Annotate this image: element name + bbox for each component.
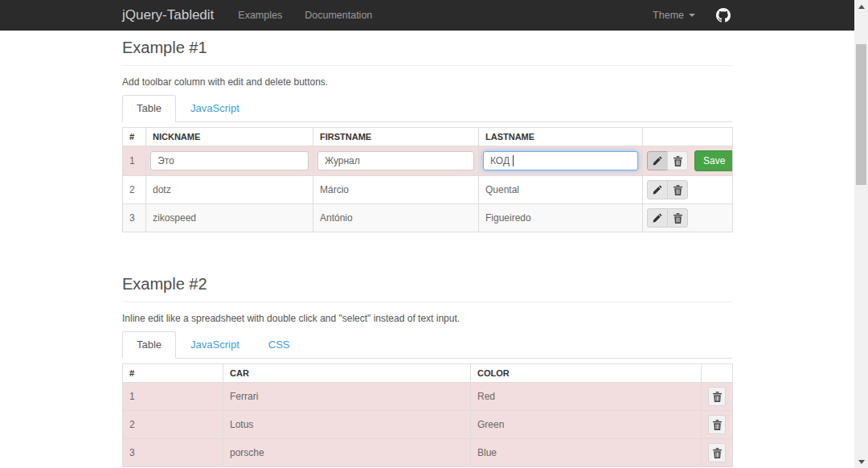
toolbar-cell: [702, 383, 733, 411]
edit-button[interactable]: [647, 208, 668, 228]
edit-button[interactable]: [647, 151, 668, 170]
main-content: Example #1 Add toolbar column with edit …: [122, 31, 732, 467]
row-number-cell: 2: [123, 176, 146, 204]
table-row-editing: 1: [123, 146, 733, 176]
car-cell[interactable]: porsche: [223, 439, 471, 467]
chevron-down-icon: [689, 14, 695, 17]
firstname-cell: António: [313, 204, 479, 232]
github-icon: [716, 8, 731, 23]
header-num: #: [123, 128, 146, 146]
header-nickname: NICKNAME: [146, 128, 313, 146]
example-1-tabs: Table JavaScript: [122, 95, 732, 122]
example-2-description: Inline edit like a spreadsheet with doub…: [122, 312, 732, 325]
scrollbar-thumb[interactable]: [856, 44, 866, 185]
github-link[interactable]: [716, 8, 731, 23]
nickname-cell: [146, 146, 313, 176]
tab-javascript[interactable]: JavaScript: [176, 95, 254, 122]
table-row: 3 zikospeed António Figueiredo: [123, 204, 733, 232]
trash-icon: [674, 185, 682, 195]
lastname-cell: [479, 146, 643, 176]
firstname-input[interactable]: [317, 151, 474, 170]
trash-icon: [713, 448, 722, 458]
scroll-down-button[interactable]: [854, 455, 868, 468]
firstname-cell: [313, 146, 479, 176]
nickname-cell: zikospeed: [146, 204, 313, 232]
table-row: 1 Ferrari Red: [123, 383, 733, 411]
header-color: COLOR: [471, 364, 702, 383]
toolbar-cell: [702, 439, 733, 467]
header-num: #: [123, 364, 223, 383]
lastname-cell: Quental: [479, 176, 643, 204]
navbar: jQuery-Tabledit Examples Documentation T…: [0, 0, 854, 31]
delete-button[interactable]: [667, 151, 688, 170]
navbar-brand[interactable]: jQuery-Tabledit: [122, 7, 214, 23]
header-lastname: LASTNAME: [479, 128, 643, 146]
toolbar-cell: [643, 176, 733, 204]
nickname-input[interactable]: [150, 151, 309, 170]
car-cell[interactable]: Ferrari: [223, 383, 471, 411]
color-cell[interactable]: Blue: [471, 439, 702, 467]
car-cell[interactable]: Lotus: [223, 411, 471, 439]
delete-button[interactable]: [667, 208, 688, 228]
header-toolbar: [643, 128, 733, 146]
row-number-cell: 3: [123, 204, 146, 232]
toolbar-cell: Save: [643, 146, 733, 176]
delete-button[interactable]: [708, 415, 726, 434]
lastname-input-focused[interactable]: [483, 151, 638, 170]
header-toolbar: [702, 364, 733, 383]
text-cursor: [513, 155, 514, 166]
toolbar-cell: [643, 204, 733, 232]
tab-css[interactable]: CSS: [254, 331, 305, 359]
theme-dropdown-label: Theme: [653, 10, 684, 21]
toolbar-cell: [702, 411, 733, 439]
pencil-icon: [653, 156, 662, 166]
tab-table[interactable]: Table: [122, 95, 176, 122]
delete-button[interactable]: [708, 443, 726, 462]
scroll-down-icon: [858, 460, 865, 464]
edit-button[interactable]: [647, 180, 668, 199]
nav-link-examples[interactable]: Examples: [238, 10, 282, 21]
nav-link-documentation[interactable]: Documentation: [305, 10, 372, 21]
delete-button[interactable]: [708, 387, 726, 406]
trash-icon: [674, 213, 682, 224]
pencil-icon: [653, 213, 662, 223]
table-header-row: # NICKNAME FIRSTNAME LASTNAME: [123, 128, 733, 146]
trash-icon: [674, 156, 682, 166]
tab-table[interactable]: Table: [122, 331, 176, 359]
divider: [122, 302, 732, 302]
delete-button[interactable]: [667, 180, 688, 199]
nickname-cell: dotz: [146, 176, 313, 204]
example-1-title: Example #1: [122, 37, 732, 58]
color-cell[interactable]: Red: [471, 383, 702, 411]
divider: [122, 65, 732, 66]
example-2-tabs: Table JavaScript CSS: [122, 331, 732, 359]
header-car: CAR: [223, 364, 471, 383]
table-row: 2 Lotus Green: [123, 411, 733, 439]
lastname-cell: Figueiredo: [479, 204, 643, 232]
table-row: 3 porsche Blue: [123, 439, 733, 467]
scroll-up-icon: [858, 5, 865, 9]
color-cell[interactable]: Green: [471, 411, 702, 439]
table-row: 2 dotz Márcio Quental: [123, 176, 733, 204]
example-1-description: Add toolbar column with edit and delete …: [122, 76, 732, 88]
tab-javascript[interactable]: JavaScript: [176, 331, 254, 359]
theme-dropdown[interactable]: Theme: [653, 10, 695, 21]
save-button[interactable]: Save: [694, 150, 733, 171]
header-firstname: FIRSTNAME: [313, 128, 479, 146]
row-number-cell: 2: [123, 411, 223, 439]
scroll-up-button[interactable]: [854, 0, 868, 13]
row-number-cell: 1: [123, 383, 223, 411]
firstname-cell: Márcio: [313, 176, 479, 204]
row-number-cell: 3: [123, 439, 223, 467]
trash-icon: [713, 392, 722, 402]
trash-icon: [713, 420, 722, 430]
example-2-title: Example #2: [122, 273, 732, 294]
row-number-cell: 1: [123, 146, 146, 176]
pencil-icon: [653, 185, 662, 195]
example-1-table: # NICKNAME FIRSTNAME LASTNAME 1: [122, 127, 733, 232]
vertical-scrollbar[interactable]: [854, 0, 868, 468]
example-2-table: # CAR COLOR 1 Ferrari Red 2 Lotus Green: [122, 363, 733, 467]
table-header-row: # CAR COLOR: [123, 364, 733, 383]
